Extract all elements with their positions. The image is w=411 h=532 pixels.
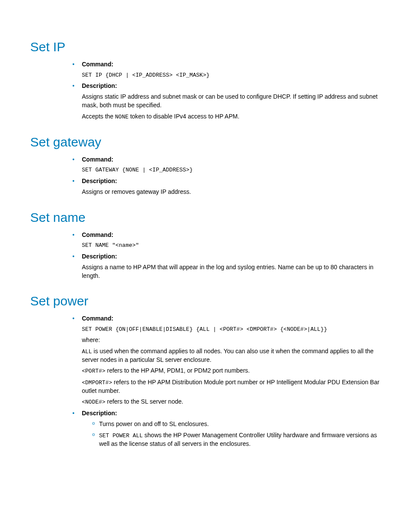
command-code: SET GATEWAY {NONE | <IP_ADDRESS>} (82, 166, 381, 174)
description-label: Description: (82, 253, 117, 260)
heading-set-ip: Set IP (30, 38, 381, 56)
inline-code: NONE (115, 114, 128, 120)
list-item: SET POWER ALL shows the HP Power Managem… (90, 431, 381, 448)
command-code: SET POWER {ON|OFF|ENABLE|DISABLE} {ALL |… (82, 326, 381, 333)
list-item: Description: Assigns a name to HP APM th… (69, 252, 381, 280)
command-label: Command: (82, 156, 113, 163)
heading-set-name: Set name (30, 208, 381, 227)
command-code: SET IP {DHCP | <IP_ADDRESS> <IP_MASK>} (82, 72, 381, 79)
text: Turns power on and off to SL enclosures. (99, 420, 209, 427)
list-item: Command: SET GATEWAY {NONE | <IP_ADDRESS… (69, 156, 381, 174)
heading-set-power: Set power (30, 292, 381, 310)
list-item: Command: SET NAME "<name>" (69, 231, 381, 250)
inline-code: <NODE#> (82, 399, 106, 405)
description-text: Assigns or removes gateway IP address. (82, 188, 381, 196)
description-label: Description: (82, 410, 117, 417)
param-text: <DMPORT#> refers to the HP APM Distribut… (82, 378, 381, 395)
param-text: <PORT#> refers to the HP APM, PDM1, or P… (82, 367, 381, 375)
description-text: Assigns static IP address and subnet mas… (82, 93, 381, 109)
list-item: Description: Assigns static IP address a… (69, 82, 381, 121)
inline-code: <DMPORT#> (82, 380, 112, 386)
description-label: Description: (82, 82, 117, 89)
param-text: ALL is used when the command applies to … (82, 347, 381, 364)
where-text: where: (82, 336, 381, 345)
command-label: Command: (82, 61, 113, 68)
description-label: Description: (82, 177, 117, 184)
text: refers to the HP APM Distribution Module… (82, 379, 380, 394)
heading-set-gateway: Set gateway (30, 133, 381, 151)
description-text: Accepts the NONE token to disable IPv4 a… (82, 112, 381, 121)
inline-code: <PORT#> (82, 368, 106, 374)
list-item: Command: SET IP {DHCP | <IP_ADDRESS> <IP… (69, 60, 381, 79)
description-text: Assigns a name to HP APM that will appea… (82, 263, 381, 280)
command-code: SET NAME "<name>" (82, 242, 381, 249)
param-text: <NODE#> refers to the SL server node. (82, 398, 381, 406)
inline-code: SET POWER ALL (99, 432, 143, 439)
list-item: Description: Assigns or removes gateway … (69, 177, 381, 196)
text: refers to the HP APM, PDM1, or PDM2 port… (106, 367, 250, 374)
list-item: Turns power on and off to SL enclosures. (90, 420, 381, 429)
command-label: Command: (82, 231, 113, 238)
text: refers to the SL server node. (106, 398, 184, 405)
text: token to disable IPv4 access to HP APM. (128, 113, 239, 120)
command-label: Command: (82, 315, 113, 322)
text: is used when the command applies to all … (82, 348, 374, 363)
text: Accepts the (82, 113, 115, 120)
inline-code: ALL (82, 348, 92, 355)
list-item: Command: SET POWER {ON|OFF|ENABLE|DISABL… (69, 314, 381, 406)
list-item: Description: Turns power on and off to S… (69, 409, 381, 448)
